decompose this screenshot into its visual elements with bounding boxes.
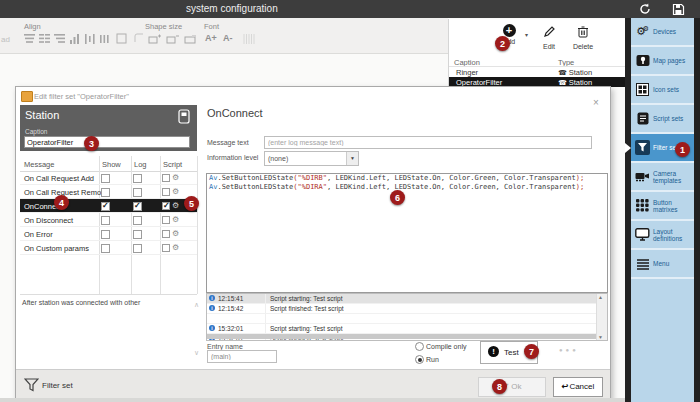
sidebar-item-menu[interactable]: Menu: [631, 250, 694, 279]
information-level-select[interactable]: (none) ▼: [264, 151, 359, 166]
scroll-down-icon[interactable]: ▼: [598, 334, 603, 340]
station-icon: ☎: [558, 79, 567, 86]
station-icon: ☎: [558, 69, 567, 76]
show-checkbox[interactable]: [101, 188, 110, 197]
message-row[interactable]: On Call Request Add ⚙: [20, 171, 197, 185]
caption-label: Caption: [25, 128, 47, 135]
refresh-icon[interactable]: [638, 2, 652, 16]
log-checkbox[interactable]: [133, 202, 142, 211]
edit-button[interactable]: Edit: [538, 24, 560, 50]
distribute-h-icon[interactable]: [84, 33, 96, 45]
ok-button[interactable]: ✔Ok: [478, 377, 546, 397]
message-row[interactable]: On Call Request Remove ⚙: [20, 185, 197, 199]
info-icon: i: [209, 305, 215, 311]
script-editor[interactable]: Av.SetButtonLEDState("%DIRB", LEDKind.Le…: [206, 173, 608, 293]
scroll-down-icon[interactable]: ∨: [194, 349, 199, 357]
script-checkbox[interactable]: [162, 230, 170, 238]
message-row[interactable]: On Disconnect ⚙: [20, 213, 197, 227]
monitor-icon: [634, 227, 651, 242]
chevron-down-icon[interactable]: ▼: [346, 152, 358, 165]
corner-icon[interactable]: [133, 33, 145, 45]
sidebar-item-button-matrixes[interactable]: Button matrixes: [631, 192, 694, 221]
shrink-shape-icon[interactable]: [166, 33, 178, 45]
show-checkbox[interactable]: [101, 174, 110, 183]
divider: [694, 18, 700, 402]
info-icon: i: [209, 325, 215, 331]
log-checkbox[interactable]: [133, 230, 142, 239]
distribute-v-icon[interactable]: [99, 33, 111, 45]
divider: [265, 294, 266, 303]
scroll-up-icon[interactable]: ▲: [598, 294, 603, 300]
annotation-7: 7: [524, 344, 539, 359]
message-row[interactable]: On Error ⚙: [20, 227, 197, 241]
window-bottom-edge: [0, 398, 625, 402]
same-shape-icon[interactable]: [184, 33, 196, 45]
show-checkbox[interactable]: [101, 230, 110, 239]
log-scrollbar[interactable]: ▲ ▼: [596, 294, 607, 340]
run-label: Run: [426, 356, 439, 363]
cancel-button[interactable]: ↩Cancel: [553, 377, 603, 397]
scroll-up-icon[interactable]: ∧: [194, 301, 199, 309]
show-header: Show: [102, 160, 121, 169]
grid-lines-icon[interactable]: [243, 33, 255, 45]
message-row[interactable]: On Custom params ⚙: [20, 241, 197, 255]
square-icon[interactable]: [116, 33, 128, 45]
annotation-8: 8: [492, 379, 507, 394]
gear-icon[interactable]: ⚙: [172, 229, 179, 238]
show-checkbox[interactable]: [101, 216, 110, 225]
font-increase-button[interactable]: A+: [205, 33, 217, 43]
run-radio[interactable]: [415, 355, 424, 364]
edit-filter-set-dialog: Edit filter set "OperatorFilter" × Stati…: [15, 86, 611, 400]
log-row[interactable]: i 12:15:41 Script starting: Test script: [207, 294, 607, 304]
gear-icon[interactable]: ⚙: [172, 201, 179, 210]
sidebar-item-layout-definitions[interactable]: Layout definitions: [631, 221, 694, 250]
camera-icon: [634, 169, 651, 184]
script-checkbox[interactable]: [162, 216, 170, 224]
compile-only-radio[interactable]: [415, 342, 424, 351]
caption-input[interactable]: [24, 136, 190, 148]
gear-icon[interactable]: ⚙: [172, 215, 179, 224]
message-text-input[interactable]: [264, 136, 592, 149]
log-checkbox[interactable]: [133, 188, 142, 197]
sidebar-item-icon-sets[interactable]: Icon sets: [631, 76, 694, 105]
divider: [265, 314, 266, 323]
script-checkbox[interactable]: [162, 244, 170, 252]
script-checkbox[interactable]: [162, 188, 170, 196]
save-icon[interactable]: [672, 2, 686, 16]
bars-icon[interactable]: [69, 33, 81, 45]
delete-button[interactable]: Delete: [570, 24, 596, 50]
gear-icon[interactable]: ⚙: [172, 187, 179, 196]
close-icon[interactable]: ×: [593, 97, 599, 108]
gear-icon[interactable]: ⚙: [172, 173, 179, 182]
log-checkbox[interactable]: [133, 244, 142, 253]
table-row-ringer[interactable]: Ringer ☎Station: [449, 67, 626, 77]
font-decrease-button[interactable]: A-: [223, 33, 233, 43]
log-row[interactable]: i 15:32:01 Script starting: Test script: [207, 324, 607, 334]
dots-grid-icon: [634, 198, 651, 213]
grow-shape-icon[interactable]: [148, 33, 160, 45]
station-heading: Station: [25, 109, 59, 121]
align-top-icon[interactable]: [24, 33, 36, 45]
document-icon: [634, 111, 651, 126]
log-checkbox[interactable]: [133, 216, 142, 225]
information-level-label: Information level: [207, 154, 258, 161]
align-bottom-icon[interactable]: [54, 33, 66, 45]
annotation-6: 6: [390, 190, 405, 205]
sidebar-item-map-pages[interactable]: Map pages: [631, 47, 694, 76]
align-middle-icon[interactable]: [39, 33, 51, 45]
show-checkbox[interactable]: [101, 202, 110, 211]
log-row-empty[interactable]: [207, 314, 607, 324]
add-dropdown-caret-icon[interactable]: ▾: [525, 31, 528, 38]
script-checkbox[interactable]: [162, 174, 170, 182]
show-checkbox[interactable]: [101, 244, 110, 253]
log-row[interactable]: i 12:15:42 Script finished: Test script: [207, 304, 607, 314]
log-checkbox[interactable]: [133, 174, 142, 183]
gear-icon[interactable]: ⚙: [172, 243, 179, 252]
entry-name-input[interactable]: [207, 350, 277, 363]
sidebar-item-script-sets[interactable]: Script sets: [631, 105, 694, 134]
script-checkbox[interactable]: [162, 202, 170, 210]
sidebar-item-camera-templates[interactable]: Camera templates: [631, 163, 694, 192]
message-row-onconnect[interactable]: OnConnect ⚙: [20, 199, 197, 213]
sidebar-item-devices[interactable]: ⚙⚙ Devices: [631, 18, 694, 47]
add-icon: +: [503, 24, 516, 37]
